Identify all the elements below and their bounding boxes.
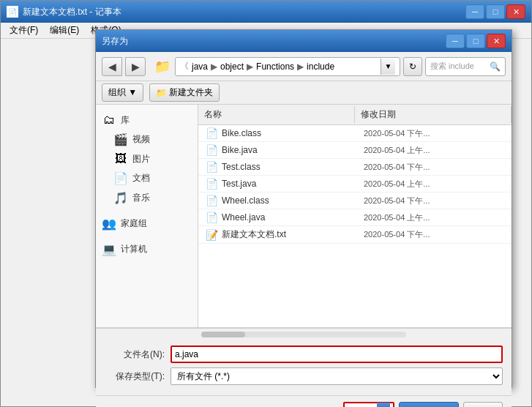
dialog-toolbar2: 组织 ▼ 📁 新建文件夹 — [96, 81, 512, 105]
sidebar-item-computer[interactable]: 💻 计算机 — [96, 239, 198, 259]
notepad-menu-file[interactable]: 文件(F) — [4, 23, 44, 38]
new-folder-button[interactable]: 📁 新建文件夹 — [149, 83, 220, 102]
file-list-header: 名称 修改日期 — [198, 105, 512, 125]
filetype-select[interactable]: 所有文件 (*.*) — [171, 367, 503, 385]
dialog-nav-toolbar: ◀ ▶ 📁 《 java ▶ object ▶ Functions ▶ incl… — [96, 52, 512, 81]
dialog-actions: ⊙ 隐藏文件夹 编码(E) ANSI ▼ 保存(S) 取消 — [96, 395, 512, 407]
organize-button[interactable]: 组织 ▼ — [102, 83, 143, 102]
sidebar-label-videos: 视频 — [132, 133, 150, 146]
horizontal-scrollbar[interactable] — [96, 328, 512, 340]
sidebar-label-music: 音乐 — [132, 192, 150, 204]
sidebar-item-homegroup[interactable]: 👥 家庭组 — [96, 214, 198, 234]
filename-row: 文件名(N): — [105, 346, 503, 363]
file-icon-new-doc: 📝 — [204, 229, 219, 241]
file-icon-bike-java: 📄 — [204, 144, 219, 156]
notepad-minimize-button[interactable]: ─ — [465, 4, 484, 19]
dialog-maximize-button[interactable]: □ — [466, 34, 485, 48]
organize-label: 组织 ▼ — [108, 86, 137, 99]
filetype-label: 保存类型(T): — [105, 370, 171, 383]
dialog-titlebar-controls: ─ □ ✕ — [446, 34, 506, 48]
file-item-new-doc[interactable]: 📝 新建文本文档.txt 2020-05-04 下午... — [198, 226, 512, 244]
path-arrow3: ▶ — [297, 61, 304, 72]
path-bar[interactable]: 《 java ▶ object ▶ Functions ▶ include ▼ — [175, 57, 400, 76]
sidebar-label-library: 库 — [121, 114, 130, 127]
notepad-menu-edit[interactable]: 编辑(E) — [44, 23, 85, 38]
notepad-titlebar: 📄 新建文本文档.txt - 记事本 ─ □ ✕ — [1, 1, 531, 23]
dialog-content: 🗂 库 🎬 视频 🖼 图片 📄 文档 🎵 音乐 👥 家庭组 — [96, 105, 512, 328]
dialog-minimize-button[interactable]: ─ — [446, 34, 465, 48]
path-dropdown[interactable]: ▼ — [381, 59, 395, 75]
back-button[interactable]: ◀ — [102, 57, 122, 76]
save-as-dialog: 另存为 ─ □ ✕ ◀ ▶ 📁 《 java ▶ object ▶ Functi… — [95, 29, 512, 388]
file-item-test-java[interactable]: 📄 Test.java 2020-05-04 上午... — [198, 176, 512, 193]
dialog-title: 另存为 — [102, 35, 446, 48]
forward-button[interactable]: ▶ — [125, 57, 146, 76]
notepad-close-button[interactable]: ✕ — [506, 4, 525, 19]
sidebar: 🗂 库 🎬 视频 🖼 图片 📄 文档 🎵 音乐 👥 家庭组 — [96, 105, 198, 327]
filename-input[interactable] — [171, 346, 503, 363]
notepad-titlebar-controls: ─ □ ✕ — [465, 4, 525, 19]
new-folder-label: 新建文件夹 — [169, 86, 213, 99]
file-item-wheel-java[interactable]: 📄 Wheel.java 2020-05-04 上午... — [198, 209, 512, 226]
column-date[interactable]: 修改日期 — [355, 106, 512, 123]
encoding-select[interactable]: ANSI ▼ — [343, 402, 394, 407]
file-item-test-class[interactable]: 📄 Test.class 2020-05-04 下午... — [198, 159, 512, 176]
sidebar-label-computer: 计算机 — [121, 243, 147, 255]
encoding-dropdown-arrow[interactable]: ▼ — [377, 403, 390, 407]
sidebar-item-pictures[interactable]: 🖼 图片 — [96, 149, 198, 168]
file-item-bike-class[interactable]: 📄 Bike.class 2020-05-04 下午... — [198, 125, 512, 142]
path-part-3: Functions — [256, 61, 294, 72]
encoding-wrapper: ANSI ▼ — [343, 402, 394, 407]
path-arrow2: ▶ — [247, 61, 253, 72]
music-icon: 🎵 — [113, 191, 128, 205]
computer-icon: 💻 — [102, 242, 116, 256]
path-part-4: include — [307, 61, 334, 72]
save-button[interactable]: 保存(S) — [399, 402, 459, 407]
sidebar-item-videos[interactable]: 🎬 视频 — [96, 130, 198, 149]
sidebar-label-documents: 文档 — [132, 172, 150, 184]
filetype-row: 保存类型(T): 所有文件 (*.*) — [105, 367, 503, 385]
file-icon-wheel-java: 📄 — [204, 212, 219, 223]
sidebar-item-music[interactable]: 🎵 音乐 — [96, 188, 198, 208]
hide-folders-button[interactable]: ⊙ 隐藏文件夹 — [105, 403, 171, 408]
path-arrow1: ▶ — [211, 61, 217, 72]
column-name[interactable]: 名称 — [198, 106, 355, 123]
filename-label: 文件名(N): — [105, 348, 171, 361]
refresh-button[interactable]: ↻ — [403, 57, 422, 76]
cancel-button[interactable]: 取消 — [463, 402, 503, 407]
homegroup-icon: 👥 — [102, 217, 116, 231]
library-icon: 🗂 — [102, 113, 116, 127]
search-placeholder: 搜索 include — [430, 61, 474, 72]
path-part-1: java — [192, 61, 208, 72]
documents-icon: 📄 — [113, 171, 128, 185]
file-icon-bike-class: 📄 — [204, 127, 219, 139]
file-icon-test-class: 📄 — [204, 161, 219, 173]
path-separator1: 《 — [180, 60, 189, 72]
file-item-bike-java[interactable]: 📄 Bike.java 2020-05-04 上午... — [198, 142, 512, 159]
search-icon: 🔍 — [490, 61, 501, 72]
dialog-close-button[interactable]: ✕ — [487, 34, 506, 48]
sidebar-item-library[interactable]: 🗂 库 — [96, 111, 198, 130]
sidebar-label-homegroup: 家庭组 — [121, 217, 147, 230]
file-item-wheel-class[interactable]: 📄 Wheel.class 2020-05-04 下午... — [198, 193, 512, 209]
videos-icon: 🎬 — [113, 132, 128, 146]
path-part-2: object — [220, 61, 244, 72]
folder-icon: 📁 — [154, 59, 171, 75]
search-box[interactable]: 搜索 include 🔍 — [425, 57, 506, 76]
file-icon-test-java: 📄 — [204, 178, 219, 190]
file-icon-wheel-class: 📄 — [204, 195, 219, 206]
pictures-icon: 🖼 — [113, 152, 128, 165]
notepad-title: 新建文本文档.txt - 记事本 — [23, 6, 465, 18]
sidebar-label-pictures: 图片 — [132, 153, 150, 165]
new-folder-icon: 📁 — [156, 88, 167, 98]
notepad-icon: 📄 — [7, 6, 18, 18]
file-list-container: 名称 修改日期 📄 Bike.class 2020-05-04 下午... 📄 … — [198, 105, 512, 327]
sidebar-item-documents[interactable]: 📄 文档 — [96, 168, 198, 188]
dialog-form: 文件名(N): 保存类型(T): 所有文件 (*.*) — [96, 340, 512, 395]
dialog-titlebar: 另存为 ─ □ ✕ — [96, 30, 512, 52]
notepad-maximize-button[interactable]: □ — [486, 4, 505, 19]
